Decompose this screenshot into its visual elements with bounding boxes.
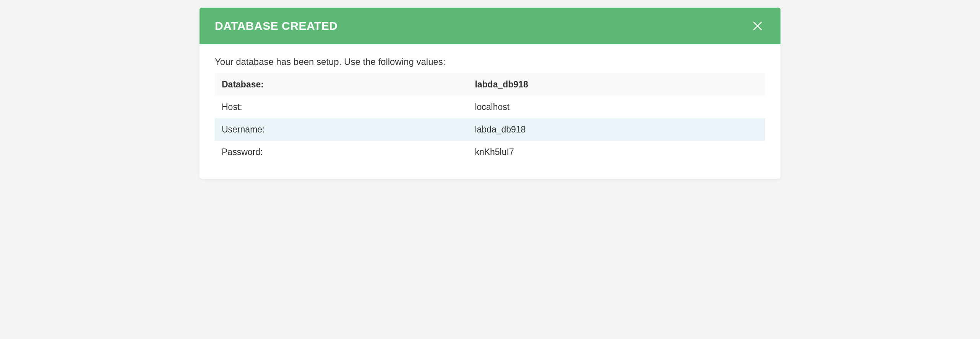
close-icon: [751, 20, 764, 32]
modal-title: DATABASE CREATED: [215, 19, 337, 32]
database-created-modal: DATABASE CREATED Your database has been …: [200, 8, 780, 179]
modal-header: DATABASE CREATED: [200, 8, 780, 44]
table-row: Database: labda_db918: [215, 73, 765, 96]
host-label: Host:: [215, 96, 468, 118]
table-row: Password: knKh5luI7: [215, 141, 765, 163]
close-button[interactable]: [750, 18, 765, 34]
database-value: labda_db918: [468, 73, 765, 96]
info-table: Database: labda_db918 Host: localhost Us…: [215, 73, 765, 163]
table-row: Username: labda_db918: [215, 118, 765, 141]
host-value: localhost: [468, 96, 765, 118]
password-label: Password:: [215, 141, 468, 163]
intro-text: Your database has been setup. Use the fo…: [215, 56, 765, 67]
username-value: labda_db918: [468, 118, 765, 141]
username-label: Username:: [215, 118, 468, 141]
database-label: Database:: [215, 73, 468, 96]
table-row: Host: localhost: [215, 96, 765, 118]
password-value: knKh5luI7: [468, 141, 765, 163]
modal-body: Your database has been setup. Use the fo…: [200, 44, 780, 179]
